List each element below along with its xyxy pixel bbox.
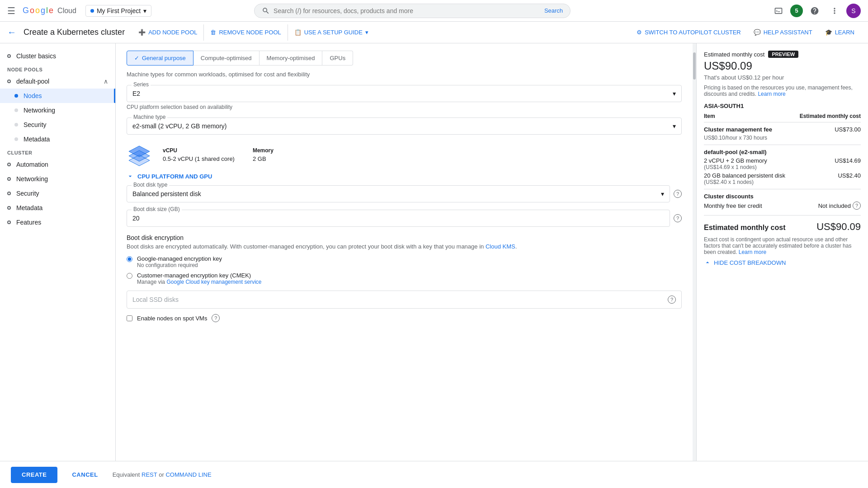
- spot-vms-checkbox[interactable]: [127, 315, 132, 321]
- tab-label: Memory-optimised: [267, 55, 315, 61]
- spot-vms-help-icon[interactable]: ?: [212, 314, 220, 322]
- cost-panel: Estimated monthly cost PREVIEW US$90.09 …: [696, 43, 868, 461]
- cmek-radio[interactable]: Customer-managed encryption key (CMEK) M…: [127, 272, 682, 285]
- sidebar-item-features[interactable]: Features: [0, 215, 115, 230]
- use-setup-guide-button[interactable]: 📋 USE A SETUP GUIDE ▾: [288, 24, 375, 41]
- machine-type-select[interactable]: e2-small (2 vCPU, 2 GB memory) ▾: [132, 122, 676, 131]
- memory-value: 2 GB: [253, 155, 274, 162]
- help-assistant-button[interactable]: 💬 HELP ASSISTANT: [747, 24, 819, 41]
- boot-disk-type-dropdown-container[interactable]: Boot disk type Balanced persistent disk …: [127, 185, 670, 202]
- content-scroll-thumb[interactable]: [693, 52, 696, 80]
- boot-disk-type-select[interactable]: Balanced persistent disk ▾: [132, 189, 664, 198]
- notification-badge[interactable]: 5: [790, 5, 803, 17]
- terminal-icon[interactable]: [770, 3, 787, 19]
- series-select[interactable]: E2 ▾: [132, 89, 676, 98]
- cost-learn-more-link[interactable]: Learn more: [758, 91, 785, 97]
- cmek-link[interactable]: Google Cloud key management service: [166, 279, 261, 285]
- col-item: Item: [704, 113, 715, 119]
- search-icon: [262, 7, 270, 15]
- boot-disk-size-label: Boot disk size (GB): [132, 206, 182, 212]
- content-scroll-track[interactable]: [693, 43, 696, 461]
- sidebar-item-nodes[interactable]: Nodes: [0, 89, 115, 103]
- sidebar-item-label: Features: [16, 219, 41, 226]
- cpu-gpu-section[interactable]: CPU PLATFORM AND GPU: [127, 173, 682, 180]
- back-button[interactable]: ←: [7, 27, 16, 38]
- search-button[interactable]: Search: [544, 7, 563, 14]
- sidebar-item-default-pool[interactable]: default-pool ∧: [0, 74, 115, 89]
- autopilot-icon: ⚙: [637, 29, 642, 36]
- project-selector[interactable]: My First Project ▾: [85, 5, 151, 17]
- search-bar[interactable]: Search: [254, 4, 571, 18]
- rest-link[interactable]: REST: [142, 471, 157, 478]
- help-icon[interactable]: [807, 3, 823, 19]
- tab-memory-optimised[interactable]: Memory-optimised: [259, 51, 323, 66]
- sidebar-dot-icon: [7, 177, 11, 181]
- user-avatar[interactable]: S: [846, 4, 861, 18]
- sidebar-item-automation[interactable]: Automation: [0, 157, 115, 172]
- google-managed-radio-input[interactable]: [127, 256, 132, 262]
- create-button[interactable]: CREATE: [11, 467, 57, 483]
- project-dot-icon: [90, 9, 94, 13]
- sidebar-item-label: Networking: [24, 107, 55, 114]
- boot-disk-size-help-icon[interactable]: ?: [674, 214, 682, 222]
- machine-type-tabs: ✓ General purpose Compute-optimised Memo…: [127, 51, 682, 66]
- sidebar-item-security[interactable]: Security: [0, 117, 115, 132]
- hamburger-menu-icon[interactable]: ☰: [7, 5, 15, 16]
- tab-compute-optimised[interactable]: Compute-optimised: [193, 51, 259, 66]
- pool-memory-sub: (US$14.69 x 1 nodes): [704, 164, 767, 170]
- total-learn-more-link[interactable]: Learn more: [739, 249, 766, 255]
- memory-header: Memory: [253, 147, 274, 154]
- pool-disk-row: 20 GB balanced persistent disk (US$2.40 …: [704, 172, 861, 185]
- google-managed-label: Google-managed encryption key: [137, 255, 222, 262]
- cmek-sub: Manage via Google Cloud key management s…: [137, 279, 262, 285]
- machine-type-description: Machine types for common workloads, opti…: [127, 71, 682, 78]
- tab-gpus[interactable]: GPUs: [322, 51, 353, 66]
- cancel-button[interactable]: CANCEL: [65, 467, 105, 483]
- local-ssd-field[interactable]: Local SSD disks ?: [127, 291, 682, 309]
- more-options-icon[interactable]: [826, 3, 843, 19]
- boot-disk-size-input-container[interactable]: Boot disk size (GB) 20: [127, 210, 670, 227]
- local-ssd-help-icon[interactable]: ?: [668, 296, 676, 304]
- enable-spot-vms[interactable]: Enable nodes on spot VMs ?: [127, 314, 682, 322]
- discounts-label: Cluster discounts: [704, 193, 861, 200]
- sidebar-item-networking[interactable]: Networking: [0, 103, 115, 117]
- series-dropdown-container[interactable]: Series E2 ▾: [127, 85, 682, 102]
- boot-disk-type-chevron-icon: ▾: [661, 190, 664, 197]
- cost-amount: US$90.09: [704, 60, 861, 72]
- cpu-hint: CPU platform selection based on availabi…: [127, 104, 682, 110]
- collapse-icon[interactable]: ∧: [104, 78, 108, 85]
- switch-autopilot-button[interactable]: ⚙ SWITCH TO AUTOPILOT CLUSTER: [630, 24, 747, 41]
- cloud-kms-link[interactable]: Cloud KMS: [486, 243, 515, 250]
- cluster-section-label: CLUSTER: [0, 146, 115, 157]
- machine-type-dropdown-container[interactable]: Machine type e2-small (2 vCPU, 2 GB memo…: [127, 117, 682, 135]
- sidebar-item-cluster-networking[interactable]: Networking: [0, 172, 115, 186]
- tab-general-purpose[interactable]: ✓ General purpose: [127, 51, 193, 66]
- pool-disk-value: US$2.40: [838, 172, 861, 185]
- command-line-link[interactable]: COMMAND LINE: [165, 471, 211, 478]
- remove-node-pool-button[interactable]: 🗑 REMOVE NODE POOL: [204, 24, 288, 41]
- sidebar-item-cluster-security[interactable]: Security: [0, 186, 115, 201]
- search-input[interactable]: [274, 7, 541, 14]
- cmek-radio-input[interactable]: [127, 273, 132, 279]
- assistant-icon: 💬: [754, 29, 761, 36]
- content-area: ✓ General purpose Compute-optimised Memo…: [116, 43, 693, 461]
- sidebar-item-cluster-basics[interactable]: Cluster basics: [0, 49, 115, 63]
- google-managed-radio[interactable]: Google-managed encryption key No configu…: [127, 255, 682, 268]
- sidebar-item-metadata[interactable]: Metadata: [0, 132, 115, 146]
- boot-disk-size-container: Boot disk size (GB) 20 ?: [127, 210, 682, 227]
- tab-check-icon: ✓: [134, 55, 139, 61]
- boot-disk-size-value: 20: [132, 214, 664, 223]
- sub-navigation: ← Create a Kubernetes cluster ➕ ADD NODE…: [0, 22, 868, 43]
- cpu-gpu-label: CPU PLATFORM AND GPU: [137, 173, 212, 180]
- add-node-pool-button[interactable]: ➕ ADD NODE POOL: [132, 24, 204, 41]
- boot-disk-type-field-group: Boot disk type Balanced persistent disk …: [127, 185, 682, 202]
- encryption-title: Boot disk encryption: [127, 234, 682, 241]
- boot-disk-type-help-icon[interactable]: ?: [674, 190, 682, 198]
- hide-cost-breakdown-button[interactable]: HIDE COST BREAKDOWN: [704, 259, 861, 266]
- learn-button[interactable]: 🎓 LEARN: [819, 24, 861, 41]
- spot-vms-label: Enable nodes on spot VMs: [137, 315, 207, 322]
- free-tier-help-icon[interactable]: ?: [853, 202, 861, 210]
- cost-divider-1: [704, 145, 861, 145]
- sidebar-item-label: Nodes: [24, 92, 42, 99]
- sidebar-item-cluster-metadata[interactable]: Metadata: [0, 201, 115, 215]
